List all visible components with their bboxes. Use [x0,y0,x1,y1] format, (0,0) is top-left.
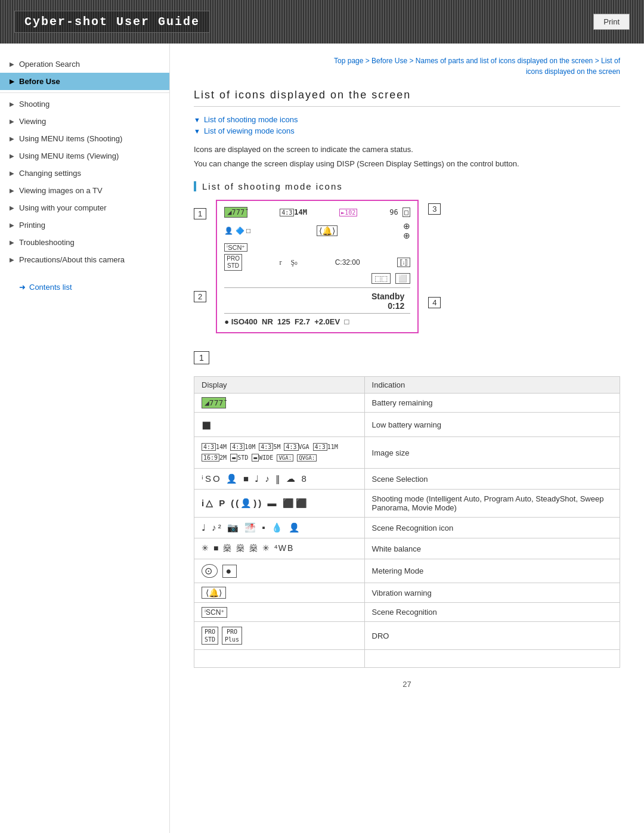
sidebar-item-operation-search[interactable]: ▶ Operation Search [0,55,169,73]
arrow-icon: ▶ [10,239,14,246]
sidebar-label: Troubleshooting [19,238,75,247]
table-row: 4:314M 4:310M 4:35M 4:3VGA 4:311M 16:92M… [194,437,620,469]
sidebar-item-menu-shooting[interactable]: ▶ Using MENU items (Shooting) [0,130,169,147]
arrow-icon: ▶ [10,135,14,142]
shooting-mode-label: List of shooting mode icons [204,115,298,124]
sidebar-item-troubleshooting[interactable]: ▶ Troubleshooting [0,234,169,251]
table-row: i△ P ((👤)) ▬ ⬛⬛ Shooting mode (Intellige… [194,490,620,518]
display-cell: ⁱSO 👤 ■ ♩ ♪ ‖ ☁ 8 [194,469,365,490]
breadcrumb-link[interactable]: Top page > Before Use > Names of parts a… [334,57,620,65]
cam-timer: r Ş₀ [279,258,298,267]
sidebar-item-before-use[interactable]: ▶ Before Use [0,73,169,90]
sidebar-label: Changing settings [19,169,81,178]
sidebar-item-printing[interactable]: ▶ Printing [0,216,169,234]
main-content: Top page > Before Use > Names of parts a… [170,44,644,833]
sidebar-item-changing-settings[interactable]: ▶ Changing settings [0,165,169,182]
cam-timecode: C:32:00 [335,258,360,267]
table-row: ✳ ■ 燊 燊 燊 ✳ ⁴WB White balance [194,538,620,559]
label-4: 4 [428,297,441,308]
sidebar-item-precautions[interactable]: ▶ Precautions/About this camera [0,251,169,268]
indication-cell: DRO [364,622,620,650]
header: Cyber-shot User Guide Print [0,0,644,44]
sidebar-label: Precautions/About this camera [19,255,125,264]
cam-top-row: ◢7̄7̄7̄ 4:314M ►102 96 □ [224,207,410,218]
app-title: Cyber-shot User Guide [14,11,210,33]
sidebar-item-menu-viewing[interactable]: ▶ Using MENU items (Viewing) [0,147,169,165]
arrow-icon: ▶ [10,78,14,85]
display-cell: ◼ [194,413,365,437]
spacer [428,230,441,248]
contents-list-link[interactable]: ➜ Contents list [10,277,169,298]
section-number-1: 1 [194,351,209,364]
cam-battery: ◢7̄7̄7̄ [224,207,247,218]
display-cell: i△ P ((👤)) ▬ ⬛⬛ [194,490,365,518]
cam-pro-std: PROSTD [224,254,242,271]
display-cell: ⊙ ● [194,559,365,583]
cam-iscn-row: ⁱSCN⁺ [224,243,410,252]
sidebar-item-computer[interactable]: ▶ Using with your computer [0,199,169,216]
sidebar-item-viewing-tv[interactable]: ▶ Viewing images on a TV [0,182,169,199]
sidebar-item-viewing[interactable]: ▶ Viewing [0,113,169,130]
cam-right-code: ⟦ᵢ⟧ [397,258,410,267]
cam-page: ⬜ [395,273,410,284]
breadcrumb-link-end[interactable]: icons displayed on the screen [526,67,620,76]
arrow-icon: ▶ [10,187,14,194]
icons-table: Display Indication ◢7̄7̄7̄ Battery remai… [194,376,620,668]
sidebar-label: Viewing [19,117,46,126]
table-header-display: Display [194,377,365,394]
left-labels: 1 2 [194,200,206,302]
arrow-icon: ▶ [10,101,14,107]
main-layout: ▶ Operation Search ▶ Before Use ▶ Shooti… [0,44,644,833]
label-2: 2 [194,291,206,302]
indication-cell: Shooting mode (Intelligent Auto, Program… [364,490,620,518]
display-cell: 4:314M 4:310M 4:35M 4:3VGA 4:311M 16:92M… [194,437,365,469]
metering-mode-icons: ⊙ ● [202,564,357,578]
table-row: PROSTD PROPlus DRO [194,622,620,650]
indication-cell: Battery remaining [364,394,620,413]
vibration-icon: ⟨🔔⟩ [202,587,226,599]
description-2: You can change the screen display using … [194,158,620,170]
sidebar-label: Using MENU items (Viewing) [19,151,119,160]
indication-cell: Scene Recognition [364,603,620,622]
camera-screen: ◢7̄7̄7̄ 4:314M ►102 96 □ 👤 🔷 □ ⟨🔔⟩ ⊕ ⊕ [216,200,419,333]
right-labels: 3 4 [428,200,441,308]
scene-recognition-icons: ♩ ♪² 📷 🌁 ▪ 💧 👤 [202,522,357,533]
viewing-mode-label: List of viewing mode icons [204,126,295,135]
arrow-icon: ▶ [10,205,14,211]
arrow-icon: ▶ [10,170,14,176]
viewing-mode-link[interactable]: ▼ List of viewing mode icons [194,126,620,135]
table-row: ⟨🔔⟩ Vibration warning [194,583,620,603]
cam-standby: Standby0:12 [224,292,404,311]
cam-frame: ⬚⬚ [371,273,391,284]
table-row: ⁱSCN⁺ Scene Recognition [194,603,620,622]
arrow-right-icon: ➜ [19,283,26,292]
shooting-mode-link[interactable]: ▼ List of shooting mode icons [194,115,620,124]
scene-recognition-iscn: ⁱSCN⁺ [202,607,227,618]
table-row: ◼ Low battery warning [194,413,620,437]
print-button[interactable]: Print [593,14,630,30]
page-title: List of icons displayed on the screen [194,89,620,107]
camera-diagram-wrapper: 1 2 ◢7̄7̄7̄ 4:314M ►102 96 □ 👤 🔷 □ ⟨🔔⟩ [194,200,620,333]
sidebar-item-shooting[interactable]: ▶ Shooting [0,95,169,113]
cam-bottom-row: Standby0:12 [224,287,410,311]
label-3: 3 [428,203,441,215]
cam-icons-row2: 👤 🔷 □ ⟨🔔⟩ ⊕ ⊕ [224,221,410,240]
indication-cell: Scene Selection [364,469,620,490]
display-cell: ⁱSCN⁺ [194,603,365,622]
cam-clip: ►102 [339,208,357,216]
label-1: 1 [194,208,206,219]
table-header-indication: Indication [364,377,620,394]
cam-count: 96 □ [389,208,410,216]
display-cell: ⟨🔔⟩ [194,583,365,603]
cam-row4: ⬚⬚ ⬜ [224,273,410,284]
low-battery-icon: ◼ [202,418,212,431]
triangle-icon: ▼ [194,128,200,135]
sidebar-label: Operation Search [19,60,80,69]
sidebar-label: Using with your computer [19,203,107,212]
sidebar-label: Shooting [19,100,49,109]
cam-size: 4:314M [280,208,307,216]
contents-list-label: Contents list [29,283,72,292]
breadcrumb: Top page > Before Use > Names of parts a… [194,55,620,77]
triangle-icon: ▼ [194,116,200,123]
display-cell: ✳ ■ 燊 燊 燊 ✳ ⁴WB [194,538,365,559]
